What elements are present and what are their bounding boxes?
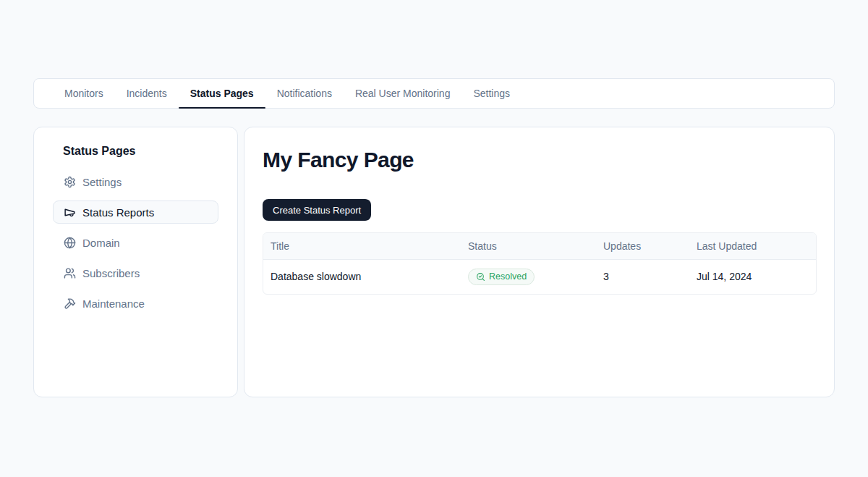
create-status-report-button[interactable]: Create Status Report: [263, 199, 371, 221]
tab-settings[interactable]: Settings: [461, 79, 522, 108]
search-check-icon: [476, 272, 485, 282]
table-header-row: Title Status Updates Last Updated: [263, 233, 817, 259]
column-header-status: Status: [461, 233, 596, 259]
page-title: My Fancy Page: [263, 148, 816, 172]
tab-incidents[interactable]: Incidents: [115, 79, 179, 108]
tab-label: Settings: [473, 88, 510, 99]
top-navigation: Monitors Incidents Status Pages Notifica…: [33, 78, 835, 109]
active-tab-underline: [179, 107, 265, 109]
sidebar-item-settings[interactable]: Settings: [53, 170, 218, 193]
tab-notifications[interactable]: Notifications: [265, 79, 344, 108]
report-status-cell: Resolved: [461, 259, 596, 294]
sidebar-item-label: Subscribers: [82, 267, 140, 279]
column-header-last-updated: Last Updated: [689, 233, 817, 259]
users-icon: [64, 267, 76, 279]
tab-real-user-monitoring[interactable]: Real User Monitoring: [344, 79, 462, 108]
sidebar-item-label: Settings: [82, 176, 122, 188]
tab-status-pages[interactable]: Status Pages: [179, 79, 265, 108]
tab-label: Real User Monitoring: [355, 88, 451, 99]
sidebar-item-label: Status Reports: [82, 206, 154, 219]
sidebar-title: Status Pages: [63, 145, 218, 158]
sidebar-item-subscribers[interactable]: Subscribers: [53, 261, 218, 284]
gear-icon: [64, 176, 76, 188]
status-reports-table: Title Status Updates Last Updated Databa…: [263, 232, 817, 295]
column-header-updates: Updates: [596, 233, 689, 259]
megaphone-icon: [64, 206, 76, 219]
sidebar-item-label: Maintenance: [82, 297, 145, 310]
sidebar-item-domain[interactable]: Domain: [53, 231, 218, 254]
tab-monitors[interactable]: Monitors: [53, 79, 115, 108]
globe-icon: [64, 237, 76, 249]
sidebar-item-label: Domain: [82, 237, 120, 249]
tab-label: Status Pages: [190, 88, 254, 99]
sidebar-item-maintenance[interactable]: Maintenance: [53, 292, 218, 315]
hammer-icon: [64, 297, 76, 310]
sidebar-item-status-reports[interactable]: Status Reports: [53, 200, 218, 224]
status-page-sidebar: Status Pages Settings Status Reports Dom…: [33, 127, 238, 397]
status-badge-label: Resolved: [489, 271, 527, 282]
column-header-title: Title: [263, 233, 461, 259]
tab-label: Monitors: [64, 88, 103, 99]
tab-label: Incidents: [127, 88, 167, 99]
report-last-updated-cell: Jul 14, 2024: [689, 259, 817, 294]
report-title-cell: Database slowdown: [263, 259, 461, 294]
report-updates-cell: 3: [596, 259, 689, 294]
table-row[interactable]: Database slowdown Resolved 3 Jul 14, 202…: [263, 259, 817, 294]
tab-label: Notifications: [277, 88, 332, 99]
status-reports-panel: My Fancy Page Create Status Report Title…: [244, 127, 835, 397]
status-badge: Resolved: [468, 269, 535, 285]
